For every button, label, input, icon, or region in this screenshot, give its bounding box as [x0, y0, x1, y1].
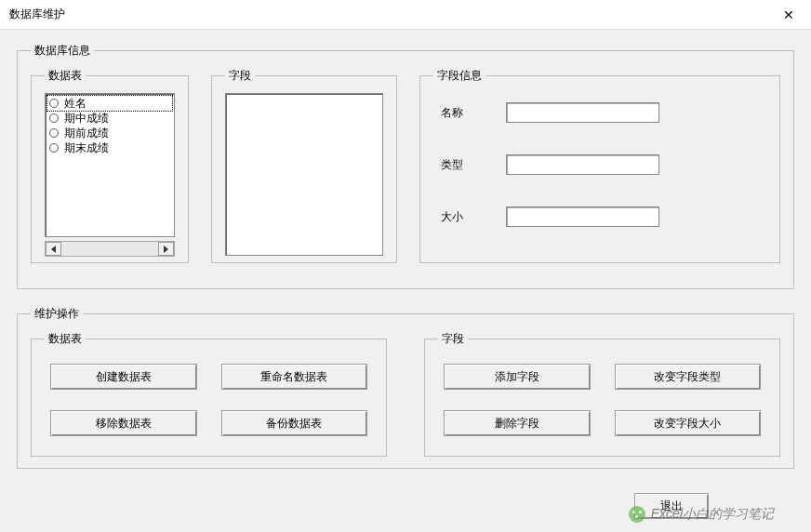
group-ops-fields: 字段 添加字段 改变字段类型 删除字段 改变字段大小: [424, 331, 780, 457]
watermark: Excel小白的学习笔记: [629, 506, 774, 523]
radio-icon: [49, 113, 59, 123]
add-field-button[interactable]: 添加字段: [444, 364, 591, 390]
field-name-input[interactable]: [506, 102, 659, 123]
client-area: 数据库信息 数据表 姓名 期中成绩 期前成绩: [0, 30, 811, 532]
list-item[interactable]: 姓名: [47, 96, 172, 111]
change-field-size-button[interactable]: 改变字段大小: [615, 410, 762, 436]
field-type-input[interactable]: [506, 154, 659, 175]
list-item[interactable]: 期末成绩: [47, 140, 172, 155]
create-table-button[interactable]: 创建数据表: [50, 364, 197, 390]
field-size-input[interactable]: [506, 206, 659, 227]
list-item[interactable]: 期前成绩: [47, 126, 172, 140]
list-item-label: 期前成绩: [64, 126, 109, 141]
rename-table-button[interactable]: 重命名数据表: [221, 364, 368, 390]
field-size-row: 大小: [441, 206, 759, 227]
group-tables-legend: 数据表: [45, 68, 86, 84]
group-ops-legend: 维护操作: [31, 306, 83, 322]
window-title: 数据库维护: [9, 7, 776, 22]
radio-icon: [49, 99, 59, 108]
field-type-label: 类型: [441, 157, 487, 173]
field-name-row: 名称: [441, 102, 759, 123]
radio-icon: [49, 128, 59, 138]
group-ops-tables-legend: 数据表: [45, 331, 86, 347]
list-item-label: 期中成绩: [64, 111, 109, 126]
radio-icon: [49, 143, 59, 153]
field-name-label: 名称: [441, 105, 487, 121]
field-size-label: 大小: [441, 209, 487, 225]
group-field-info: 字段信息 名称 类型 大小: [419, 68, 780, 263]
group-field-info-legend: 字段信息: [433, 68, 485, 84]
group-db-info: 数据库信息 数据表 姓名 期中成绩 期前成绩: [17, 43, 794, 289]
list-item-label: 姓名: [64, 96, 86, 112]
group-db-info-legend: 数据库信息: [31, 43, 94, 59]
remove-table-button[interactable]: 移除数据表: [50, 410, 197, 436]
change-field-type-button[interactable]: 改变字段类型: [615, 364, 762, 390]
backup-table-button[interactable]: 备份数据表: [221, 410, 368, 436]
titlebar: 数据库维护 ✕: [0, 0, 811, 30]
arrow-left-icon: [51, 246, 56, 253]
delete-field-button[interactable]: 删除字段: [444, 410, 591, 436]
horizontal-scrollbar[interactable]: [45, 241, 175, 257]
wechat-icon: [629, 506, 645, 523]
scroll-right-button[interactable]: [158, 242, 174, 256]
list-item-label: 期末成绩: [64, 140, 109, 156]
watermark-text: Excel小白的学习笔记: [651, 506, 774, 523]
field-type-row: 类型: [441, 154, 759, 175]
close-icon[interactable]: ✕: [776, 7, 802, 22]
group-ops-tables: 数据表 创建数据表 重命名数据表 移除数据表 备份数据表: [31, 331, 387, 457]
group-fields: 字段: [211, 68, 397, 263]
arrow-right-icon: [164, 246, 168, 253]
scroll-left-button[interactable]: [46, 242, 61, 256]
list-item[interactable]: 期中成绩: [47, 111, 172, 126]
group-tables: 数据表 姓名 期中成绩 期前成绩: [31, 68, 189, 263]
fields-listbox[interactable]: [225, 93, 383, 256]
group-fields-legend: 字段: [225, 68, 255, 84]
tables-listbox[interactable]: 姓名 期中成绩 期前成绩 期末成绩: [45, 93, 175, 237]
group-ops-fields-legend: 字段: [438, 331, 468, 347]
group-ops: 维护操作 数据表 创建数据表 重命名数据表 移除数据表 备份数据表 字段 添加字…: [17, 306, 794, 469]
